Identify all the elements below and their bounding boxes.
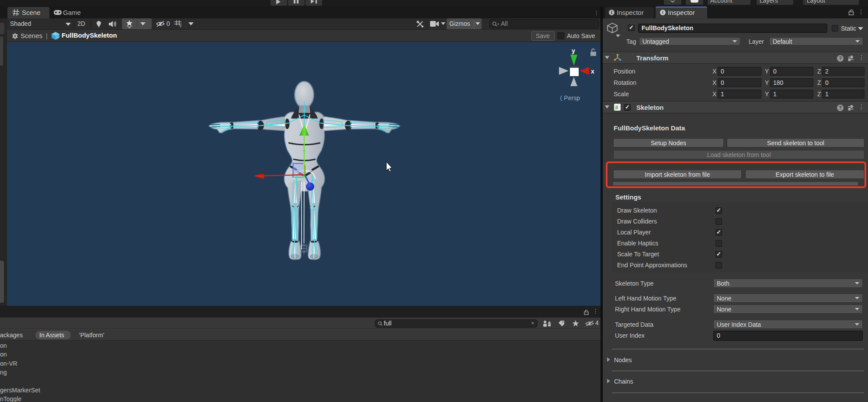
svg-text:y: y	[572, 47, 575, 54]
svg-text:⟨ Persp: ⟨ Persp	[560, 94, 580, 101]
svg-text:Y: Y	[179, 24, 182, 28]
svg-text:x: x	[591, 68, 594, 75]
svg-text:#: #	[615, 105, 618, 111]
